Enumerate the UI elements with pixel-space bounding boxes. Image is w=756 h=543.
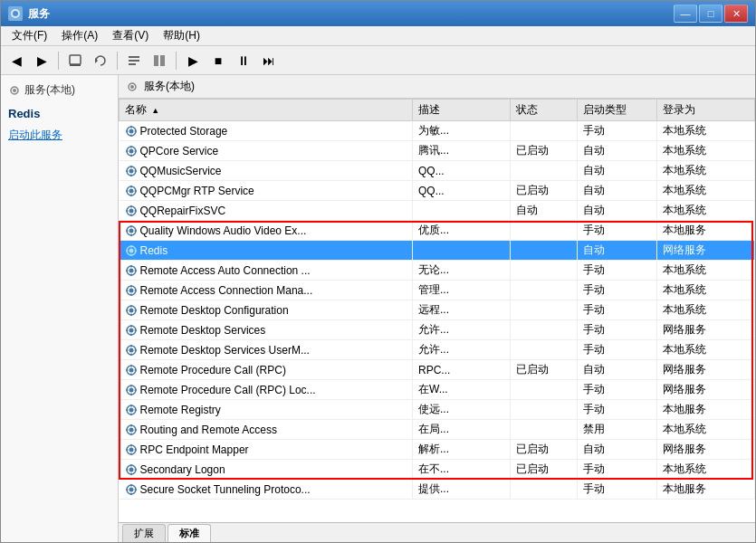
tab-扩展[interactable]: 扩展 [122,524,166,542]
service-gear-icon [125,463,138,476]
title-bar: 服务 — □ ✕ [1,1,755,26]
table-row[interactable]: Remote Desktop Configuration远程...手动本地系统 [120,300,755,320]
svg-point-27 [129,168,133,173]
service-gear-icon [125,384,138,396]
table-row[interactable]: Remote Registry使远...手动本地服务 [120,400,755,420]
svg-point-111 [129,447,133,452]
service-name-cell: RPC Endpoint Mapper [120,440,413,460]
service-status-cell [511,320,578,340]
minimize-button[interactable]: — [674,5,697,23]
table-row[interactable]: QQRepairFixSVC自动自动本地系统 [120,201,755,221]
svg-point-57 [129,268,133,272]
col-login[interactable]: 登录为 [657,100,755,121]
toolbar: ◀ ▶ ▶ ■ ⏸ ⏭ [1,46,755,75]
service-status-cell: 已启动 [511,141,578,161]
svg-rect-70 [130,305,132,308]
properties-button[interactable] [122,50,146,71]
main-window: 服务 — □ ✕ 文件(F) 操作(A) 查看(V) 帮助(H) ◀ ▶ [0,0,756,543]
table-row[interactable]: RPC Endpoint Mapper解析...已启动自动网络服务 [120,440,755,460]
play-button[interactable]: ▶ [181,50,205,71]
svg-rect-22 [130,146,132,148]
service-status-cell [511,380,578,400]
svg-rect-59 [130,273,132,276]
service-name-cell: Remote Registry [120,400,413,420]
service-gear-icon [125,483,138,496]
svg-point-1 [13,11,18,16]
col-startup[interactable]: 启动类型 [578,100,657,121]
svg-rect-35 [130,194,132,196]
table-row[interactable]: Redis自动网络服务 [120,241,755,261]
table-row[interactable]: QPCore Service腾讯...已启动自动本地系统 [120,141,755,161]
close-button[interactable]: ✕ [724,5,748,23]
service-startup-cell: 手动 [578,320,657,340]
menu-file[interactable]: 文件(F) [5,26,54,45]
service-gear-icon [125,404,138,416]
service-startup-cell: 自动 [578,440,657,460]
table-row[interactable]: Remote Procedure Call (RPC)RPC...已启动自动网络… [120,360,755,380]
svg-rect-73 [134,310,137,311]
service-desc-cell: 管理... [413,281,511,300]
service-status-cell: 已启动 [511,181,578,201]
tab-标准[interactable]: 标准 [167,524,211,542]
table-header: 名称 ▲ 描述 状态 启动类型 [120,100,755,121]
svg-rect-52 [130,245,132,248]
svg-rect-72 [126,310,129,311]
table-row[interactable]: Remote Desktop Services UserM...允许...手动本… [120,340,755,360]
service-status-cell [511,121,578,141]
table-row[interactable]: QQMusicServiceQQ...自动本地系统 [120,161,755,181]
col-status[interactable]: 状态 [511,100,578,121]
menu-help[interactable]: 帮助(H) [156,26,207,45]
table-row[interactable]: Remote Procedure Call (RPC) Loc...在W...手… [120,380,755,400]
restart-button[interactable]: ⏭ [257,50,281,71]
svg-rect-83 [130,353,132,356]
service-name-cell: Remote Access Connection Mana... [120,281,413,300]
table-row[interactable]: Secondary Logon在不...已启动手动本地系统 [120,460,755,480]
menu-action[interactable]: 操作(A) [54,26,105,45]
service-name-cell: QQPCMgr RTP Service [120,181,413,201]
service-status-cell [511,480,578,500]
service-name-cell: QQRepairFixSVC [120,201,413,221]
svg-rect-7 [129,63,136,65]
table-row[interactable]: QQPCMgr RTP ServiceQQ...已启动自动本地系统 [120,181,755,201]
svg-rect-24 [126,150,129,152]
svg-rect-113 [130,452,132,455]
svg-rect-28 [130,166,132,168]
service-gear-icon [125,443,138,456]
refresh-button[interactable] [89,50,112,71]
show-hide-button[interactable] [148,50,171,71]
svg-rect-90 [126,369,129,371]
table-row[interactable]: Remote Access Connection Mana...管理...手动本… [120,281,755,300]
table-row[interactable]: Remote Desktop Services允许...手动网络服务 [120,320,755,340]
menu-view[interactable]: 查看(V) [105,26,156,45]
service-startup-cell: 自动 [578,241,657,261]
forward-button[interactable]: ▶ [30,50,53,71]
service-name-cell: QQMusicService [120,161,413,181]
back-button[interactable]: ◀ [5,50,28,71]
stop-button[interactable]: ■ [206,50,230,71]
col-name[interactable]: 名称 ▲ [120,100,413,121]
maximize-button[interactable]: □ [699,5,723,23]
services-table-container[interactable]: 名称 ▲ 描述 状态 启动类型 [119,99,755,522]
table-row[interactable]: Secure Socket Tunneling Protoco...提供...手… [120,480,755,500]
table-row[interactable]: Routing and Remote Access在局...禁用本地系统 [120,420,755,440]
service-startup-cell: 自动 [578,201,657,221]
svg-rect-2 [70,55,81,64]
pause-button[interactable]: ⏸ [232,50,255,71]
table-row[interactable]: Quality Windows Audio Video Ex...优质...手动… [120,221,755,241]
service-login-cell: 网络服务 [657,440,755,460]
svg-rect-9 [160,55,165,66]
table-row[interactable]: Protected Storage为敏...手动本地系统 [120,121,755,141]
service-gear-icon [125,284,138,297]
svg-rect-30 [126,170,129,172]
svg-rect-34 [130,186,132,188]
table-row[interactable]: Remote Access Auto Connection ...无论...手动… [120,261,755,281]
svg-point-39 [129,208,133,213]
svg-rect-118 [130,464,132,467]
start-service-link[interactable]: 启动此服务 [8,128,110,143]
content-header-label: 服务(本地) [144,79,195,94]
svg-point-123 [129,487,133,491]
up-button[interactable] [63,50,87,71]
service-login-cell: 本地服务 [657,221,755,241]
col-desc[interactable]: 描述 [413,100,511,121]
svg-rect-47 [130,233,132,236]
